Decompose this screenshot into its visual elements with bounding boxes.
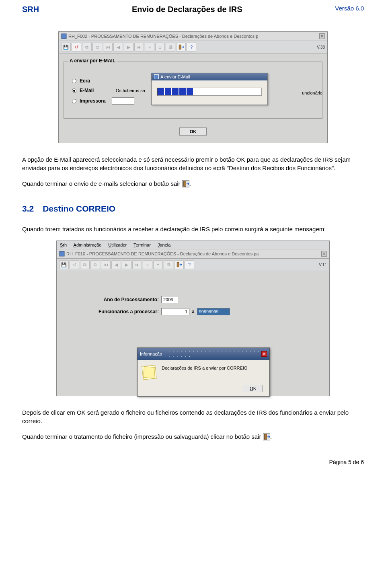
- svg-rect-7: [177, 263, 179, 267]
- ok-button[interactable]: OK: [179, 127, 207, 136]
- right-fragment-text: uncionário: [302, 90, 322, 95]
- svg-rect-9: [265, 434, 267, 439]
- paragraph-2a: Quando terminar o envio de e-mails selec…: [22, 180, 182, 187]
- progress-title-text: A enviar E-Mail: [160, 74, 190, 79]
- window2-titlebar: RH_F010 - PROCESSAMENTO DE REMUNERAÇÕES …: [57, 249, 329, 259]
- paragraph-2b: .: [189, 180, 191, 187]
- paste-icon[interactable]: ⧉: [92, 43, 102, 51]
- paragraph-4: Depois de clicar em OK será gerado o fic…: [22, 408, 364, 425]
- window2-version: V.11: [319, 263, 327, 267]
- help-icon[interactable]: ?: [187, 43, 196, 51]
- paragraph-2: Quando terminar o envio de e-mails selec…: [22, 179, 364, 188]
- app-icon: [59, 251, 65, 257]
- email-send-window: RH_F002 - PROCESSAMENTO DE REMUNERAÇÕES …: [58, 31, 328, 143]
- section-3-2-heading: 3.2Destino CORREIO: [22, 204, 364, 214]
- prev-icon[interactable]: ◀: [113, 43, 123, 51]
- paragraph-5a: Quando terminar o tratamento do ficheiro…: [22, 433, 263, 440]
- radio-ecra[interactable]: [72, 79, 76, 83]
- radio-impressora[interactable]: [72, 99, 76, 103]
- svg-rect-0: [62, 34, 66, 39]
- copy-icon[interactable]: ⧉: [82, 43, 92, 51]
- add-icon[interactable]: ＋: [145, 43, 154, 51]
- header-left: SRH: [22, 5, 39, 14]
- radio-ecra-label: Ecrã: [80, 78, 90, 84]
- radio-impressora-label: Impressora: [80, 98, 109, 104]
- section-number: 3.2: [22, 204, 34, 213]
- ano-label: Ano de Processamento:: [86, 297, 159, 302]
- funcionarios-to-input[interactable]: [197, 308, 230, 315]
- remove-icon[interactable]: ±: [153, 260, 163, 269]
- note-icon: [142, 366, 156, 379]
- save-icon[interactable]: 💾: [61, 43, 71, 51]
- close-icon[interactable]: ✕: [319, 33, 325, 39]
- window-title: RH_F002 - PROCESSAMENTO DE REMUNERAÇÕES …: [68, 34, 258, 39]
- paragraph-1: A opção de E-Mail aparecerá seleccionada…: [22, 155, 364, 172]
- funcionarios-sep: a: [192, 309, 195, 315]
- menu-terminar[interactable]: Terminar: [133, 243, 151, 247]
- menu-administracao[interactable]: Administração: [74, 243, 102, 247]
- page-number: Página 5 de 6: [329, 459, 364, 465]
- paragraph-3: Quando forem tratados os funcionários a …: [22, 225, 364, 233]
- progress-dialog: A enviar E-Mail: [151, 73, 268, 105]
- menu-srh[interactable]: Srh: [60, 243, 67, 247]
- add-icon[interactable]: ＋: [143, 260, 152, 269]
- print-icon[interactable]: 🖶: [164, 260, 173, 269]
- undo-icon[interactable]: ↺: [72, 43, 81, 51]
- menu-janela[interactable]: Janela: [158, 243, 170, 247]
- header-title: Envio de Declarações de IRS: [39, 5, 335, 14]
- next-icon[interactable]: ▶: [122, 260, 131, 269]
- close-icon[interactable]: ✕: [261, 351, 267, 357]
- impressora-input[interactable]: [112, 97, 134, 105]
- svg-rect-5: [60, 251, 64, 256]
- info-dialog-text: Declarações de IRS a enviar por CORREIO: [162, 366, 247, 370]
- doc-header: SRH Envio de Declarações de IRS Versão 6…: [22, 5, 364, 15]
- window-version: V.38: [317, 45, 325, 49]
- exit-door-icon[interactable]: [176, 43, 186, 51]
- progress-dialog-title: A enviar E-Mail: [152, 73, 267, 80]
- window2-title: RH_F010 - PROCESSAMENTO DE REMUNERAÇÕES …: [66, 251, 259, 256]
- window-titlebar: RH_F002 - PROCESSAMENTO DE REMUNERAÇÕES …: [59, 32, 327, 41]
- paragraph-5b: .: [270, 433, 272, 440]
- svg-rect-4: [184, 181, 186, 186]
- ano-input[interactable]: [161, 296, 178, 303]
- menu-utilizador[interactable]: Utilizador: [108, 243, 127, 247]
- info-dialog: Informação · · · · · · · · · · · · · · ·…: [137, 347, 270, 397]
- mail-icon: [154, 74, 159, 79]
- next-icon[interactable]: ▶: [124, 43, 133, 51]
- exit-door-icon[interactable]: [174, 260, 184, 269]
- window2-toolbar: 💾 ↺ ⧉ ⧉ ⏮ ◀ ▶ ⏭ ＋ ± 🖶 ? V.11: [57, 259, 329, 271]
- first-icon[interactable]: ⏮: [101, 260, 111, 269]
- help-icon[interactable]: ?: [185, 260, 194, 269]
- copy-icon[interactable]: ⧉: [80, 260, 90, 269]
- funcionarios-label: Funcionários a processar:: [86, 309, 159, 315]
- exit-door-icon: [182, 180, 189, 187]
- print-icon[interactable]: 🖶: [166, 43, 175, 51]
- remove-icon[interactable]: ±: [155, 43, 165, 51]
- last-icon[interactable]: ⏭: [132, 260, 142, 269]
- correio-window: Srh Administração Utilizador Terminar Ja…: [56, 241, 330, 396]
- radio-email-label: E-Mail: [80, 88, 101, 93]
- svg-rect-2: [179, 45, 181, 49]
- paragraph-5: Quando terminar o tratamento do ficheiro…: [22, 432, 364, 441]
- footer: Página 5 de 6: [22, 457, 364, 465]
- close-icon[interactable]: ✕: [321, 251, 327, 257]
- group-legend: A enviar por E-MAIL: [68, 58, 117, 64]
- app-icon: [61, 33, 67, 39]
- header-version: Versão 6.0: [335, 5, 364, 12]
- exit-door-icon: [263, 433, 270, 440]
- radio-email[interactable]: [72, 88, 76, 93]
- progress-bar: [157, 88, 262, 96]
- menubar: Srh Administração Utilizador Terminar Ja…: [57, 241, 329, 249]
- info-dialog-titlebar: Informação · · · · · · · · · · · · · · ·…: [138, 348, 269, 360]
- paste-icon[interactable]: ⧉: [90, 260, 100, 269]
- undo-icon[interactable]: ↺: [70, 260, 79, 269]
- save-icon[interactable]: 💾: [59, 260, 69, 269]
- last-icon[interactable]: ⏭: [134, 43, 144, 51]
- info-dialog-title: Informação: [140, 352, 162, 356]
- files-text: Os ficheiros sã: [116, 88, 145, 93]
- window-toolbar: 💾 ↺ ⧉ ⧉ ⏮ ◀ ▶ ⏭ ＋ ± 🖶 ? V.38: [59, 41, 327, 53]
- info-ok-button[interactable]: OK: [243, 385, 263, 392]
- prev-icon[interactable]: ◀: [111, 260, 121, 269]
- funcionarios-from-input[interactable]: [161, 308, 189, 315]
- first-icon[interactable]: ⏮: [103, 43, 113, 51]
